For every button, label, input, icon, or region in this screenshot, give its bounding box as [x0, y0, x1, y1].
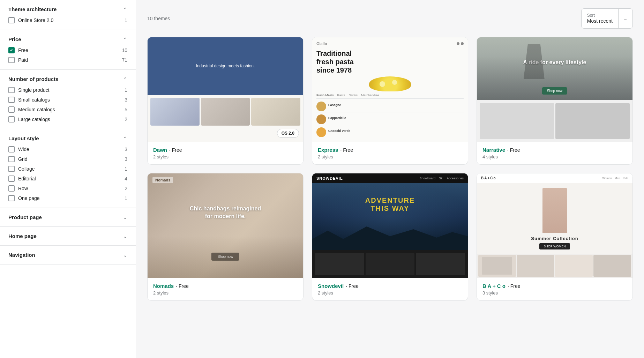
filter-item-count-collage: 1: [125, 166, 127, 172]
baco-product-2: [517, 255, 554, 277]
filter-section-header-product-page[interactable]: Product page ⌄: [8, 214, 127, 220]
theme-name-link-nomads[interactable]: Nomads: [153, 283, 174, 289]
theme-styles-dawn: 2 styles: [153, 154, 298, 159]
checkbox-grid[interactable]: [8, 156, 15, 162]
filter-item-label-one-page: One page: [18, 195, 40, 201]
theme-name-link-express[interactable]: Express: [318, 147, 338, 153]
checkbox-small-catalogs[interactable]: [8, 97, 15, 103]
filter-section-header-navigation[interactable]: Navigation ⌄: [8, 252, 127, 258]
filter-section-theme-architecture: Theme architecture ⌃ Online Store 2.0 1: [0, 0, 136, 30]
theme-thumbnail-express[interactable]: Giallo Traditionalfresh pastasince 1978 …: [312, 37, 468, 142]
checkbox-editorial[interactable]: [8, 176, 15, 182]
main-content: 10 themes Sort Most recent ⌄ Industrial …: [136, 0, 644, 358]
baco-shop-button[interactable]: SHOP WOMEN: [539, 243, 570, 249]
theme-thumbnail-dawn[interactable]: Industrial design meets fashion. OS 2.0: [148, 37, 303, 142]
narrative-cta-button[interactable]: Shop now: [542, 87, 567, 95]
filter-section-title-layout-style: Layout style: [8, 135, 39, 141]
checkbox-single-product[interactable]: [8, 87, 15, 93]
checkbox-row[interactable]: [8, 185, 15, 192]
theme-price-baco: · Free: [508, 283, 521, 289]
filter-item-large-catalogs: Large catalogs 2: [8, 116, 127, 122]
filter-item-count-small-catalogs: 3: [125, 97, 127, 103]
theme-thumbnail-baco[interactable]: BA+Co Women Men Kids Summer Collection S…: [477, 173, 632, 278]
baco-header: BA+Co Women Men Kids: [477, 173, 632, 183]
filter-item-label-medium-catalogs: Medium catalogs: [18, 107, 55, 112]
filter-section-header-price[interactable]: Price ⌃: [8, 36, 127, 42]
dawn-product-1: [150, 98, 200, 126]
filter-item-count-one-page: 1: [125, 195, 127, 201]
checkbox-one-page[interactable]: [8, 195, 15, 201]
checkbox-free[interactable]: [8, 47, 15, 53]
theme-card-nomads: Nomads Chic handbags reimagined for mode…: [147, 173, 304, 301]
filter-item-label-small-catalogs: Small catalogs: [18, 97, 50, 103]
filter-section-header-home-page[interactable]: Home page ⌄: [8, 233, 127, 239]
theme-name-link-baco[interactable]: B A + C o: [482, 283, 506, 289]
filter-section-header-number-of-products[interactable]: Number of products ⌃: [8, 76, 127, 82]
filter-item-count-grid: 3: [125, 156, 127, 162]
filter-item-collage: Collage 1: [8, 166, 127, 172]
sort-label-section: Sort Most recent: [582, 9, 619, 28]
filter-section-title-number-of-products: Number of products: [8, 76, 58, 82]
filter-item-label-paid: Paid: [18, 57, 28, 63]
theme-price-narrative: · Free: [507, 147, 520, 153]
checkbox-paid[interactable]: [8, 57, 15, 63]
theme-card-snowdevil: SNOWDEVIL Snowboard Ski Accessories ADVE…: [312, 173, 468, 301]
filter-item-label-editorial: Editorial: [18, 176, 36, 181]
filter-item-row: Row 2: [8, 185, 127, 192]
filter-item-count-row: 2: [125, 186, 127, 191]
theme-info-narrative: Narrative · Free 4 styles: [477, 142, 632, 164]
theme-name-line-baco: B A + C o · Free: [482, 283, 627, 289]
theme-info-express: Express · Free 2 styles: [312, 142, 468, 164]
theme-info-dawn: Dawn · Free 2 styles: [148, 142, 303, 164]
checkbox-collage[interactable]: [8, 166, 15, 172]
theme-styles-express: 2 styles: [318, 154, 462, 159]
filter-section-title-home-page: Home page: [8, 233, 37, 239]
dawn-product-2: [201, 98, 250, 126]
snowdevil-hero-text: ADVENTURE THIS WAY: [365, 196, 415, 212]
checkbox-online-store-20[interactable]: [8, 17, 15, 23]
filter-section-header-theme-architecture[interactable]: Theme architecture ⌃: [8, 6, 127, 12]
filter-item-label-grid: Grid: [18, 156, 27, 162]
checkbox-large-catalogs[interactable]: [8, 116, 15, 122]
filter-item-count-large-catalogs: 2: [125, 117, 127, 122]
filter-items-number-of-products: Single product 1 Small catalogs 3 Medium…: [8, 87, 127, 122]
narrative-products: [477, 100, 632, 142]
sort-control[interactable]: Sort Most recent ⌄: [581, 8, 633, 29]
theme-styles-snowdevil: 2 styles: [318, 290, 462, 296]
filter-item-single-product: Single product 1: [8, 87, 127, 93]
nomads-hero-text: Chic handbags reimagined for modern life…: [187, 205, 264, 221]
theme-info-baco: B A + C o · Free 3 styles: [477, 278, 632, 300]
theme-name-link-narrative[interactable]: Narrative: [482, 147, 505, 153]
sidebar: Theme architecture ⌃ Online Store 2.0 1 …: [0, 0, 136, 358]
filter-item-grid: Grid 3: [8, 156, 127, 162]
theme-name-link-snowdevil[interactable]: Snowdevil: [318, 283, 344, 289]
filter-item-count-paid: 71: [122, 57, 127, 63]
theme-price-express: · Free: [340, 147, 353, 153]
filter-section-title-price: Price: [8, 36, 21, 42]
baco-product-3: [555, 255, 593, 277]
theme-thumbnail-narrative[interactable]: A ride for every lifestyle Shop now: [477, 37, 632, 142]
filter-item-label-wide: Wide: [18, 147, 29, 152]
theme-name-link-dawn[interactable]: Dawn: [153, 147, 167, 153]
filter-item-paid: Paid 71: [8, 57, 127, 63]
chevron-down-icon-navigation: ⌄: [123, 252, 127, 258]
checkbox-medium-catalogs[interactable]: [8, 106, 15, 113]
nomads-bottom-gradient: [148, 236, 303, 278]
filter-items-price: Free 10 Paid 71: [8, 47, 127, 63]
theme-styles-narrative: 4 styles: [482, 154, 627, 159]
chevron-up-icon-number-of-products: ⌃: [123, 76, 127, 82]
theme-thumbnail-nomads[interactable]: Nomads Chic handbags reimagined for mode…: [148, 173, 303, 278]
filter-section-header-layout-style[interactable]: Layout style ⌃: [8, 135, 127, 141]
express-menu-list: Lasagne... Pappardelle... Gnocchi Verde.…: [316, 101, 464, 138]
checkbox-wide[interactable]: [8, 146, 15, 152]
sort-chevron-icon[interactable]: ⌄: [619, 12, 632, 25]
express-pasta-visual: [369, 76, 411, 91]
theme-card-dawn: Industrial design meets fashion. OS 2.0 …: [147, 37, 304, 165]
theme-name-line-nomads: Nomads · Free: [153, 283, 298, 289]
chevron-up-icon-layout-style: ⌃: [123, 136, 127, 141]
filter-item-free: Free 10: [8, 47, 127, 53]
theme-thumbnail-snowdevil[interactable]: SNOWDEVIL Snowboard Ski Accessories ADVE…: [312, 173, 468, 278]
theme-price-dawn: · Free: [169, 147, 182, 153]
sort-label-text: Sort: [587, 13, 613, 18]
snowdevil-product-3: [416, 253, 465, 275]
